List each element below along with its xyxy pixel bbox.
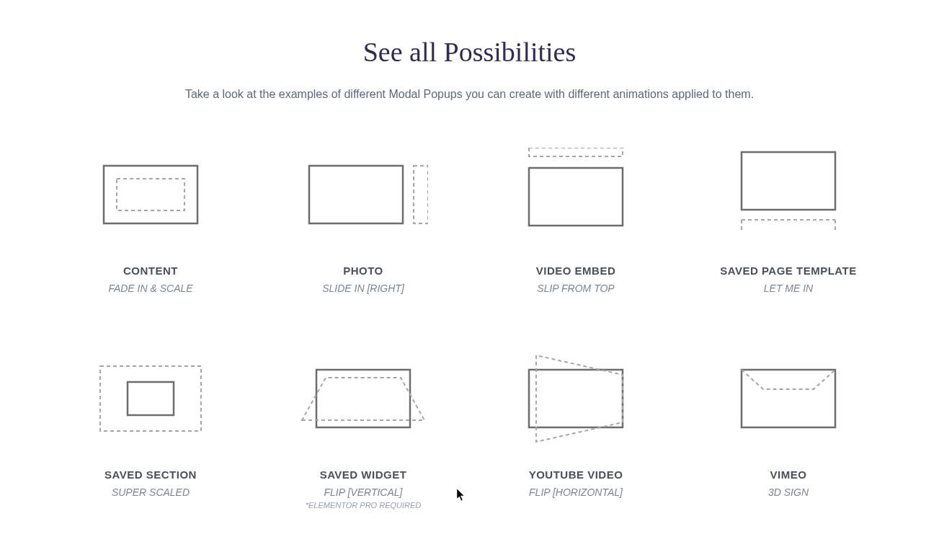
card-title: SAVED SECTION	[104, 468, 197, 481]
svg-rect-8	[128, 382, 174, 415]
section-subheading: Take a look at the examples of different…	[0, 88, 939, 101]
svg-rect-1	[117, 179, 184, 210]
section-possibilities: See all Possibilities Take a look at the…	[0, 0, 939, 510]
svg-rect-11	[529, 370, 623, 427]
card-vimeo[interactable]: VIMEO 3D SIGN	[697, 352, 881, 510]
svg-marker-12	[536, 355, 623, 442]
card-sub: SLIP FROM TOP	[537, 283, 614, 294]
let-me-in-icon	[724, 148, 853, 241]
card-sub: FLIP [HORIZONTAL]	[529, 486, 623, 498]
card-youtube-video[interactable]: YOUTUBE VIDEO FLIP [HORIZONTAL]	[484, 352, 668, 510]
card-sub: FADE IN & SCALE	[108, 283, 192, 294]
card-sub: SUPER SCALED	[112, 486, 190, 498]
slide-in-right-icon	[298, 148, 428, 241]
flip-vertical-icon	[298, 352, 428, 445]
card-title: SAVED WIDGET	[320, 468, 407, 481]
card-video-embed[interactable]: VIDEO EMBED SLIP FROM TOP	[484, 148, 668, 294]
card-sub: 3D SIGN	[768, 486, 809, 498]
card-title: VIDEO EMBED	[536, 265, 616, 277]
3d-sign-icon	[724, 352, 853, 445]
card-title: CONTENT	[123, 265, 178, 277]
card-photo[interactable]: PHOTO SLIDE IN [RIGHT]	[272, 148, 455, 294]
card-sub: SLIDE IN [RIGHT]	[322, 283, 404, 294]
card-title: SAVED PAGE TEMPLATE	[720, 265, 857, 277]
svg-rect-3	[414, 166, 428, 223]
card-title: PHOTO	[343, 265, 383, 277]
svg-rect-13	[742, 370, 835, 427]
card-grid: CONTENT FADE IN & SCALE PHOTO SLIDE IN […	[59, 148, 881, 510]
svg-rect-0	[104, 166, 197, 223]
flip-horizontal-icon	[511, 352, 641, 445]
card-saved-page-template[interactable]: SAVED PAGE TEMPLATE LET ME IN	[697, 148, 881, 294]
svg-rect-7	[100, 366, 201, 431]
card-title: YOUTUBE VIDEO	[529, 468, 623, 481]
card-content[interactable]: CONTENT FADE IN & SCALE	[59, 148, 243, 294]
card-sub: LET ME IN	[764, 283, 813, 294]
svg-marker-10	[302, 378, 424, 420]
card-saved-section[interactable]: SAVED SECTION SUPER SCALED	[59, 352, 243, 510]
svg-rect-5	[529, 168, 623, 226]
slip-from-top-icon	[511, 148, 641, 241]
svg-rect-4	[529, 148, 623, 156]
super-scaled-icon	[86, 352, 215, 445]
section-heading: See all Possibilities	[0, 36, 939, 68]
card-note: *ELEMENTOR PRO REQUIRED	[306, 501, 422, 510]
svg-rect-6	[742, 152, 835, 210]
card-title: VIMEO	[770, 468, 807, 481]
svg-rect-2	[309, 166, 403, 223]
card-saved-widget[interactable]: SAVED WIDGET FLIP [VERTICAL] *ELEMENTOR …	[272, 352, 455, 510]
fade-in-scale-icon	[86, 148, 215, 241]
card-sub: FLIP [VERTICAL]	[324, 486, 403, 498]
